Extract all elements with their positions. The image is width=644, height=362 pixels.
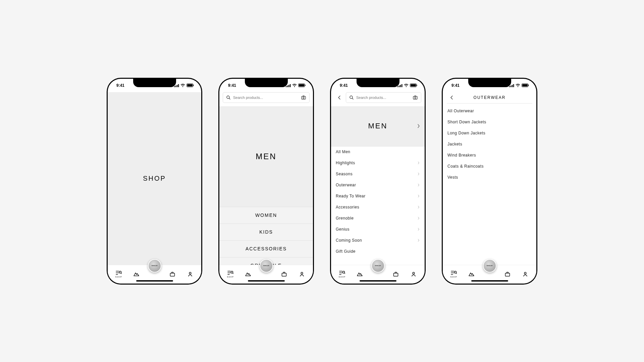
list-item[interactable]: Outerwear xyxy=(331,180,425,191)
battery-icon xyxy=(522,83,529,87)
list-item[interactable]: Jackets xyxy=(443,139,536,150)
category-accessories[interactable]: ACCESSORIES xyxy=(219,240,313,257)
camera-icon[interactable] xyxy=(301,96,306,100)
brand-logo[interactable]: MONCLER xyxy=(260,259,273,273)
svg-rect-3 xyxy=(178,84,179,87)
list-item[interactable]: Gift Guide xyxy=(331,246,425,257)
list-item[interactable]: Ready To Wear xyxy=(331,191,425,202)
wifi-icon xyxy=(292,84,297,87)
brand-logo[interactable]: MONCLER xyxy=(483,259,496,273)
svg-rect-18 xyxy=(302,96,306,99)
list-item[interactable]: Coats & Raincoats xyxy=(443,161,536,172)
home-indicator[interactable] xyxy=(471,280,508,282)
phone-men-subcategories: 9:41 Search products... MEN xyxy=(330,78,426,285)
svg-rect-38 xyxy=(512,85,513,87)
list-item[interactable]: Short Down Jackets xyxy=(443,117,536,128)
svg-rect-2 xyxy=(177,85,178,87)
list-search-icon xyxy=(451,270,457,275)
list-item[interactable]: Vests xyxy=(443,172,536,183)
category-kids[interactable]: KIDS xyxy=(219,224,313,240)
device-notch xyxy=(133,79,176,87)
tab-label: SHOP xyxy=(227,276,234,278)
list-item[interactable]: Wind Breakers xyxy=(443,150,536,161)
device-notch xyxy=(468,79,511,87)
tab-shop[interactable]: SHOP xyxy=(110,265,127,284)
svg-point-32 xyxy=(415,97,416,98)
home-indicator[interactable] xyxy=(136,280,173,282)
search-placeholder: Search products... xyxy=(233,96,299,100)
list-item-label: Short Down Jackets xyxy=(447,120,486,124)
tab-account[interactable] xyxy=(405,265,423,284)
search-input[interactable]: Search products... xyxy=(223,92,310,103)
list-item[interactable]: All Men xyxy=(331,146,425,158)
svg-rect-39 xyxy=(513,84,514,87)
tab-shop[interactable]: SHOP xyxy=(333,265,351,284)
list-item[interactable]: All Outerwear xyxy=(443,106,536,117)
tab-label: SHOP xyxy=(115,276,122,278)
outerwear-list: All OuterwearShort Down JacketsLong Down… xyxy=(443,106,536,265)
svg-rect-24 xyxy=(399,85,400,87)
list-item-label: Grenoble xyxy=(336,216,354,221)
svg-rect-41 xyxy=(522,84,528,86)
list-item[interactable]: Seasons xyxy=(331,169,425,180)
svg-rect-8 xyxy=(170,273,174,276)
subcategory-list: All MenHighlightsSeasonsOuterwearReady T… xyxy=(331,146,425,265)
bag-icon xyxy=(393,272,398,277)
svg-rect-5 xyxy=(187,84,193,86)
person-icon xyxy=(188,272,193,277)
svg-point-22 xyxy=(301,272,303,274)
hero-men[interactable]: MEN xyxy=(331,106,425,146)
battery-icon xyxy=(410,83,417,87)
tab-label: SHOP xyxy=(339,276,345,278)
page-header: OUTERWEAR xyxy=(447,92,532,104)
svg-point-45 xyxy=(525,272,527,274)
list-item-label: Coats & Raincoats xyxy=(447,164,484,169)
tab-account[interactable] xyxy=(517,265,534,284)
svg-rect-29 xyxy=(417,85,417,86)
list-item-label: Accessories xyxy=(336,205,359,209)
svg-rect-31 xyxy=(413,96,417,99)
category-men[interactable]: MEN xyxy=(219,106,313,207)
list-item[interactable]: Long Down Jackets xyxy=(443,128,536,139)
phone-shop: 9:41 SHOP SHOP xyxy=(107,78,202,285)
svg-point-9 xyxy=(190,272,192,274)
person-icon xyxy=(300,272,304,277)
list-search-icon xyxy=(227,270,233,275)
back-button[interactable] xyxy=(334,92,344,103)
list-item[interactable]: Coming Soon xyxy=(331,235,425,246)
home-indicator[interactable] xyxy=(248,280,285,282)
search-placeholder: Search products... xyxy=(356,96,410,100)
list-item[interactable]: Highlights xyxy=(331,158,425,169)
list-item[interactable]: Grenoble xyxy=(331,213,425,224)
device-notch xyxy=(245,79,288,87)
list-search-icon xyxy=(339,270,345,275)
chevron-right-icon xyxy=(417,162,420,164)
brand-logo[interactable]: MONCLER xyxy=(148,259,161,273)
svg-rect-42 xyxy=(528,85,529,86)
chevron-right-icon xyxy=(417,184,420,186)
status-indicators xyxy=(174,83,194,87)
bag-icon xyxy=(170,272,175,277)
camera-icon[interactable] xyxy=(413,96,418,100)
home-indicator[interactable] xyxy=(360,280,396,282)
list-item-label: Jackets xyxy=(447,142,462,146)
category-women[interactable]: WOMEN xyxy=(219,207,313,224)
list-item[interactable]: Genius xyxy=(331,224,425,235)
back-button[interactable] xyxy=(447,92,456,103)
tab-account[interactable] xyxy=(181,265,199,284)
svg-rect-34 xyxy=(393,273,398,276)
status-indicators xyxy=(286,83,306,87)
search-input[interactable]: Search products... xyxy=(346,92,421,103)
hero-shop[interactable]: SHOP xyxy=(108,92,201,265)
list-item-label: Wind Breakers xyxy=(447,153,476,158)
search-icon xyxy=(226,96,230,100)
tab-shop[interactable]: SHOP xyxy=(445,265,463,284)
list-item[interactable]: Accessories xyxy=(331,202,425,213)
brand-logo[interactable]: MONCLER xyxy=(371,259,385,273)
svg-rect-36 xyxy=(509,86,510,87)
list-item-label: Genius xyxy=(336,227,350,232)
tab-shop[interactable]: SHOP xyxy=(221,265,239,284)
page-title: OUTERWEAR xyxy=(474,95,506,100)
phone-top-categories: 9:41 Search products... MEN WOMEN KIDS xyxy=(218,78,314,285)
tab-account[interactable] xyxy=(293,265,311,284)
